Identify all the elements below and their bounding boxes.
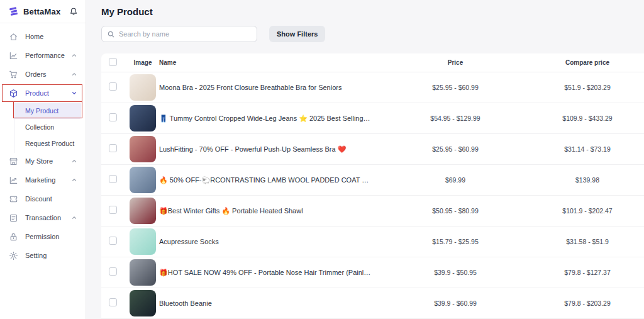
table-row[interactable]: Acupressure Socks$15.79 - $25.95$31.58 -…	[101, 227, 644, 257]
sidebar-item-my-product[interactable]: My Product	[13, 103, 81, 119]
column-header-price: Price	[380, 59, 531, 66]
product-image	[130, 74, 156, 101]
chevron-up-icon	[71, 52, 77, 59]
product-compare-price: $139.98	[531, 176, 644, 184]
sidebar-item-label: Performance	[25, 52, 65, 59]
sidebar-item-product[interactable]: Product	[0, 84, 86, 103]
sidebar-item-label: Transaction	[25, 214, 61, 221]
product-image	[130, 105, 156, 132]
app-window: BettaMax HomePerformanceOrdersProductMy …	[0, 0, 644, 319]
sidebar-item-permission[interactable]: Permission	[0, 227, 86, 246]
main-content: My Product Show Filters Image Name Price…	[86, 0, 644, 319]
row-checkbox[interactable]	[109, 175, 117, 183]
setting-icon	[9, 251, 18, 260]
sidebar-header: BettaMax	[0, 0, 86, 23]
product-compare-price: $101.9 - $202.47	[531, 207, 644, 215]
row-checkbox[interactable]	[109, 237, 117, 245]
notifications-bell-icon[interactable]	[69, 7, 78, 16]
sidebar-item-label: Product	[25, 89, 49, 97]
orders-icon	[9, 70, 18, 79]
table-row[interactable]: 👖 Tummy Control Cropped Wide-Leg Jeans ⭐…	[101, 103, 644, 134]
product-price: $39.9 - $60.99	[380, 299, 531, 307]
sidebar-item-discount[interactable]: Discount	[0, 189, 86, 208]
product-compare-price: $51.9 - $203.29	[531, 84, 644, 91]
row-checkbox[interactable]	[109, 298, 117, 306]
row-checkbox[interactable]	[109, 144, 117, 152]
table-body: Moona Bra - 2025 Front Closure Breathabl…	[101, 72, 644, 319]
sidebar-item-my-store[interactable]: My Store	[0, 152, 86, 171]
sidebar-item-collection[interactable]: Collection	[0, 119, 86, 135]
chevron-up-icon	[71, 215, 77, 221]
product-price: $15.79 - $25.95	[380, 238, 531, 245]
product-name: 👖 Tummy Control Cropped Wide-Leg Jeans ⭐…	[159, 115, 380, 123]
product-image	[130, 228, 156, 255]
marketing-icon	[9, 176, 18, 185]
product-compare-price: $79.8 - $203.29	[531, 299, 644, 307]
sidebar-item-home[interactable]: Home	[0, 27, 86, 46]
table-row[interactable]: 🔥 50% OFF-🐑RCONTRASTING LAMB WOOL PADDED…	[101, 165, 644, 196]
toolbar: Show Filters	[101, 26, 644, 42]
sidebar-item-label: Permission	[25, 233, 59, 240]
row-checkbox[interactable]	[109, 206, 117, 214]
sidebar-item-label: Discount	[25, 195, 52, 203]
chevron-up-icon	[71, 71, 77, 77]
show-filters-button[interactable]: Show Filters	[269, 26, 325, 42]
chevron-up-icon	[71, 177, 77, 183]
product-name: 🎁HOT SALE NOW 49% OFF - Portable Nose Ha…	[159, 269, 380, 277]
sidebar-item-setting[interactable]: Setting	[0, 246, 86, 265]
sidebar-item-request-product[interactable]: Request Product	[0, 135, 86, 152]
product-image	[130, 167, 156, 193]
search-field[interactable]	[119, 30, 252, 38]
product-image	[130, 136, 156, 162]
product-image	[130, 259, 156, 286]
column-header-name: Name	[159, 59, 380, 66]
row-checkbox[interactable]	[109, 267, 117, 276]
chevron-up-icon	[71, 158, 77, 164]
table-row[interactable]: Bluetooth Beanie$39.9 - $60.99$79.8 - $2…	[101, 288, 644, 319]
row-checkbox[interactable]	[109, 82, 117, 91]
product-name: Bluetooth Beanie	[159, 299, 380, 307]
search-icon	[107, 30, 115, 38]
table-row[interactable]: Moona Bra - 2025 Front Closure Breathabl…	[101, 72, 644, 103]
sidebar-item-label: Request Product	[25, 140, 74, 147]
table-row[interactable]: 🎁HOT SALE NOW 49% OFF - Portable Nose Ha…	[101, 257, 644, 288]
table-header-row: Image Name Price Compare price	[101, 53, 644, 72]
sidebar-item-label: Marketing	[25, 176, 55, 184]
sidebar-item-label: My Store	[25, 157, 53, 165]
sidebar-item-performance[interactable]: Performance	[0, 46, 86, 65]
store-icon	[9, 157, 18, 166]
sidebar-item-label: Home	[25, 33, 43, 40]
performance-icon	[9, 51, 18, 60]
sidebar-item-orders[interactable]: Orders	[0, 65, 86, 84]
product-compare-price: $31.58 - $51.9	[531, 238, 644, 245]
sidebar-nav: HomePerformanceOrdersProductMy ProductCo…	[0, 23, 86, 265]
table-row[interactable]: LushFitting - 70% OFF - Powerful Push-Up…	[101, 134, 644, 165]
product-compare-price: $31.14 - $73.19	[531, 145, 644, 153]
home-icon	[9, 32, 18, 42]
sidebar-item-transaction[interactable]: Transaction	[0, 208, 86, 227]
product-icon	[9, 89, 18, 98]
page-title: My Product	[101, 6, 644, 17]
select-all-checkbox[interactable]	[109, 58, 117, 66]
sidebar-item-label: My Product	[25, 107, 58, 115]
column-header-image: Image	[126, 59, 159, 66]
product-name: Moona Bra - 2025 Front Closure Breathabl…	[159, 84, 380, 91]
sidebar: BettaMax HomePerformanceOrdersProductMy …	[0, 0, 86, 319]
product-image	[130, 198, 156, 224]
column-header-compare-price: Compare price	[531, 59, 644, 66]
product-price: $50.95 - $80.99	[380, 207, 531, 215]
product-name: 🎁Best Winter Gifts 🔥 Portable Heated Sha…	[159, 207, 380, 215]
sidebar-item-marketing[interactable]: Marketing	[0, 171, 86, 189]
product-name: LushFitting - 70% OFF - Powerful Push-Up…	[159, 145, 380, 154]
sidebar-item-label: Collection	[25, 123, 54, 131]
product-name: 🔥 50% OFF-🐑RCONTRASTING LAMB WOOL PADDED…	[159, 176, 380, 184]
sidebar-item-label: Orders	[25, 70, 47, 78]
search-input[interactable]	[101, 26, 257, 42]
table-row[interactable]: 🎁Best Winter Gifts 🔥 Portable Heated Sha…	[101, 196, 644, 227]
product-price: $25.95 - $60.99	[380, 145, 531, 153]
product-price: $39.9 - $50.95	[380, 269, 531, 276]
discount-icon	[9, 194, 18, 204]
product-table: Image Name Price Compare price Moona Bra…	[101, 53, 644, 319]
brand-logo-icon	[8, 6, 19, 17]
row-checkbox[interactable]	[109, 113, 117, 121]
